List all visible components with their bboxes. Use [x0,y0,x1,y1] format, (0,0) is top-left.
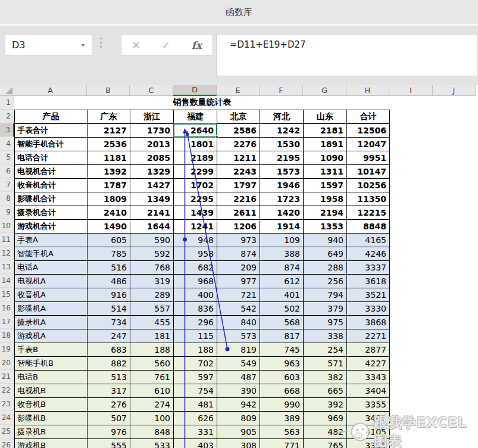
cell[interactable]: 2410 [88,206,130,219]
cell[interactable]: 682 [174,260,217,274]
row-label[interactable]: 收音机合计 [15,178,88,192]
cell[interactable]: 3330 [347,301,390,315]
cell[interactable]: 514 [88,301,130,315]
enter-icon[interactable]: ✓ [162,39,170,51]
row-label[interactable]: 收音机B [15,397,88,411]
cell[interactable]: 338 [304,329,347,343]
row-header-9[interactable]: 9 [0,206,14,219]
table-column-header[interactable]: 河北 [260,110,304,123]
cell[interactable]: 975 [304,315,347,329]
row-header-7[interactable]: 7 [0,178,14,192]
cell[interactable]: 1420 [260,206,304,219]
cell[interactable]: 563 [260,425,304,438]
row-label[interactable]: 手表B [15,343,88,356]
cell[interactable]: 1490 [88,219,130,233]
cell[interactable]: 4227 [347,356,390,370]
cell[interactable]: 702 [174,356,217,370]
cell[interactable]: 976 [88,425,130,438]
cell[interactable]: 973 [217,233,260,247]
name-box-value[interactable]: D3 [5,39,82,51]
cell[interactable]: 2085 [130,151,174,164]
cell[interactable]: 734 [88,315,130,329]
cell[interactable]: 1723 [260,192,304,206]
select-all-corner[interactable] [0,85,14,96]
cell[interactable]: 1914 [260,219,304,233]
cell[interactable]: 1242 [260,123,304,137]
cell[interactable]: 963 [260,356,304,370]
row-header-1[interactable]: 1 [0,96,14,110]
cell[interactable]: 1181 [88,151,130,164]
table-column-header[interactable]: 北京 [217,110,260,123]
row-label[interactable]: 摄录机合计 [15,206,88,219]
cell[interactable]: 308 [217,438,260,448]
cell[interactable]: 109 [260,233,304,247]
cell[interactable]: 390 [217,384,260,397]
cell[interactable]: 1211 [217,151,260,164]
cell[interactable]: 1530 [260,137,304,151]
cell[interactable]: 958 [174,247,217,260]
formula-text[interactable]: =D11+E19+D27 [217,35,477,50]
cell[interactable]: 668 [260,384,304,397]
cell[interactable]: 209 [217,260,260,274]
cell[interactable]: 12215 [347,206,390,219]
cell[interactable]: 874 [260,260,304,274]
cell[interactable]: 2216 [217,192,260,206]
cell[interactable]: 317 [88,384,130,397]
row-header-14[interactable]: 14 [0,274,14,288]
row-label[interactable]: 电视机A [15,274,88,288]
cell[interactable]: 3404 [347,384,390,397]
row-header-12[interactable]: 12 [0,247,14,260]
cell[interactable]: 836 [174,301,217,315]
row-header-15[interactable]: 15 [0,288,14,301]
cell[interactable]: 3355 [347,397,390,411]
cell[interactable]: 817 [260,329,304,343]
row-label[interactable]: 电视机合计 [15,164,88,178]
cell[interactable]: 1311 [304,164,347,178]
cell[interactable]: 4165 [347,233,390,247]
cell[interactable]: 1809 [88,192,130,206]
row-label[interactable]: 电话合计 [15,151,88,164]
cell[interactable]: 555 [88,438,130,448]
cell[interactable]: 2299 [174,164,217,178]
cell[interactable]: 665 [304,384,347,397]
cell[interactable]: 1891 [304,137,347,151]
cell[interactable]: 382 [304,370,347,384]
cell[interactable]: 188 [130,343,174,356]
row-header-21[interactable]: 21 [0,370,14,384]
row-header-2[interactable]: 2 [0,110,14,123]
row-label[interactable]: 摄录机B [15,425,88,438]
insert-function-icon[interactable]: fx [192,39,202,51]
cell[interactable]: 379 [304,301,347,315]
cell[interactable]: 3343 [347,370,390,384]
row-header-5[interactable]: 5 [0,151,14,164]
cell[interactable]: 481 [174,397,217,411]
row-label[interactable]: 电话A [15,260,88,274]
cell[interactable]: 683 [88,343,130,356]
cell[interactable]: 794 [304,288,347,301]
cell[interactable]: 2640 [174,123,217,137]
name-box-dropdown-icon[interactable]: ▾ [82,42,92,48]
cell[interactable]: 1427 [130,178,174,192]
cell[interactable]: 1353 [304,219,347,233]
cell[interactable]: 1349 [130,192,174,206]
cell[interactable]: 389 [260,411,304,425]
cell[interactable]: 388 [260,247,304,260]
row-label[interactable]: 影碟机A [15,301,88,315]
table-column-header[interactable]: 广东 [88,110,130,123]
row-header-11[interactable]: 11 [0,233,14,247]
cell[interactable]: 649 [304,247,347,260]
table-title[interactable]: 销售数量统计表 [15,96,390,110]
cell[interactable]: 403 [174,438,217,448]
cell[interactable]: 392 [304,397,347,411]
cell[interactable]: 2877 [347,343,390,356]
cell[interactable]: 288 [304,260,347,274]
row-label[interactable]: 游戏机B [15,438,88,448]
row-label[interactable]: 摄录机A [15,315,88,329]
row-label[interactable]: 影碟机B [15,411,88,425]
cell[interactable]: 977 [217,274,260,288]
row-label[interactable]: 游戏机合计 [15,219,88,233]
column-header-G[interactable]: G [303,85,346,96]
cell[interactable]: 513 [88,370,130,384]
cell[interactable]: 10256 [347,178,390,192]
cell[interactable]: 1090 [304,151,347,164]
